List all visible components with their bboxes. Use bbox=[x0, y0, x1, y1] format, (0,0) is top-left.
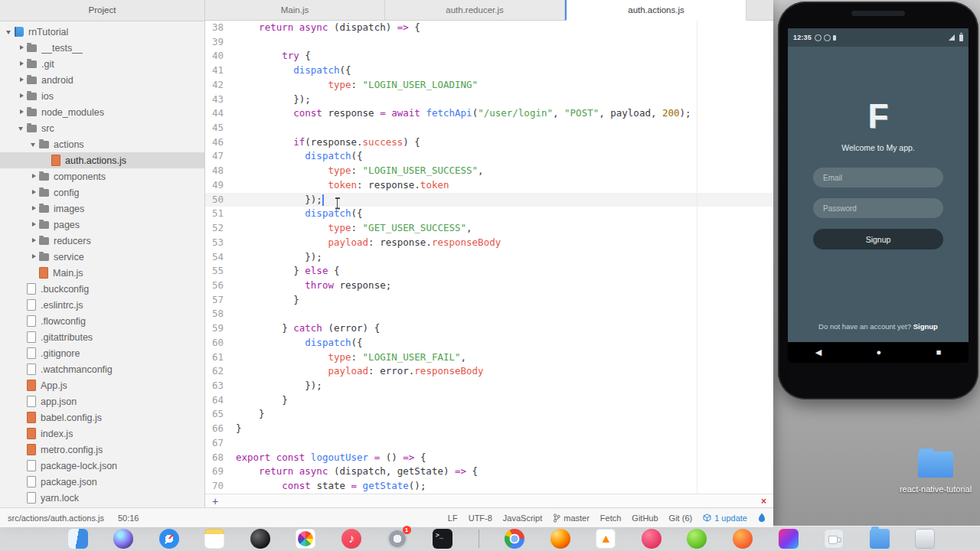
tree-folder-node_modules[interactable]: node_modules bbox=[0, 104, 204, 120]
recents-button[interactable]: ■ bbox=[936, 348, 942, 357]
status-git-changes[interactable]: Git (6) bbox=[669, 514, 693, 523]
tree-folder-src[interactable]: src bbox=[0, 120, 204, 136]
signup-link[interactable]: Signup bbox=[913, 322, 938, 331]
signup-button[interactable]: Signup bbox=[813, 229, 943, 249]
code-line-68: 68export const logoutUser = () => { bbox=[205, 451, 773, 465]
code-line-58: 58 bbox=[205, 307, 773, 321]
battery-icon bbox=[959, 34, 963, 41]
dock-icon-chrome[interactable] bbox=[505, 529, 524, 549]
tree-folder-components[interactable]: components bbox=[0, 168, 204, 184]
dock-icon-music[interactable]: ♪ bbox=[341, 529, 361, 549]
dock-icon-finder[interactable] bbox=[68, 529, 88, 549]
tree-file-package.json[interactable]: package.json bbox=[0, 474, 204, 490]
tree-folder-reducers[interactable]: reducers bbox=[0, 233, 204, 249]
status-grammar[interactable]: JavaScript bbox=[503, 514, 542, 523]
tree-file-app.json[interactable]: app.json bbox=[0, 393, 204, 409]
dock-icon-postman[interactable] bbox=[733, 529, 753, 549]
tree-file-metro.config.js[interactable]: metro.config.js bbox=[0, 442, 204, 458]
chevron-right-icon bbox=[29, 220, 38, 230]
status-github[interactable]: GitHub bbox=[632, 514, 658, 523]
tree-file-.flowconfig[interactable]: .flowconfig bbox=[0, 313, 204, 329]
dock-icon-android-studio[interactable] bbox=[687, 529, 707, 549]
status-encoding[interactable]: UTF-8 bbox=[469, 514, 492, 523]
code-editor[interactable]: 38 return async (dispatch) => {3940 try … bbox=[205, 21, 773, 494]
code-line-62: 62 payload: error.responseBody bbox=[205, 364, 773, 379]
dock-icon-trash[interactable] bbox=[915, 529, 935, 549]
dock-icon-intellij-idea[interactable] bbox=[779, 529, 799, 549]
dock-icon-firefox[interactable] bbox=[550, 529, 570, 549]
chevron-right-icon bbox=[17, 92, 26, 101]
app-logo: F bbox=[788, 97, 969, 135]
code-line-66: 66} bbox=[205, 422, 773, 436]
tab-Main.js[interactable]: Main.js bbox=[205, 0, 385, 21]
code-text: } catch (error) { bbox=[230, 321, 380, 336]
tree-folder-pages[interactable]: pages bbox=[0, 217, 204, 233]
dock-icon-notes[interactable] bbox=[204, 529, 224, 549]
status-fetch[interactable]: Fetch bbox=[600, 514, 622, 523]
tree-file-index.js[interactable]: index.js bbox=[0, 425, 204, 442]
tree-folder-__tests__[interactable]: __tests__ bbox=[0, 40, 204, 56]
code-line-49: 49 token: response.token bbox=[205, 178, 773, 193]
status-teletype[interactable] bbox=[758, 513, 766, 523]
tree-file-yarn.lock[interactable]: yarn.lock bbox=[0, 490, 204, 506]
chevron-right-icon bbox=[17, 76, 26, 85]
tree-file-.eslintrc.js[interactable]: .eslintrc.js bbox=[0, 297, 204, 313]
status-git-branch[interactable]: master bbox=[553, 514, 590, 523]
tree-folder-rnTutorial[interactable]: rnTutorial bbox=[0, 24, 204, 40]
tree-folder-.git[interactable]: .git bbox=[0, 56, 204, 72]
password-input[interactable]: Password bbox=[813, 198, 943, 218]
tab-auth.actions.js[interactable]: auth.actions.js bbox=[565, 0, 746, 21]
dock-icon-photo-booth[interactable] bbox=[250, 529, 270, 549]
tree-file-.gitattributes[interactable]: .gitattributes bbox=[0, 329, 204, 345]
tree-folder-service[interactable]: service bbox=[0, 249, 204, 265]
tree-file-package-lock.json[interactable]: package-lock.json bbox=[0, 458, 204, 474]
dock-icon-vlc[interactable]: ▲ bbox=[596, 529, 616, 549]
phone-screen: 12:35 F Welcome to My app. Email Passwor… bbox=[788, 28, 969, 363]
tabbar-empty-space bbox=[746, 0, 773, 21]
tree-file-.buckconfig[interactable]: .buckconfig bbox=[0, 281, 204, 297]
dock-icon-photos[interactable] bbox=[296, 529, 315, 549]
tree-folder-ios[interactable]: ios bbox=[0, 88, 204, 104]
code-text: type: "LOGIN_USER_SUCCESS", bbox=[230, 164, 484, 178]
text-caret bbox=[322, 194, 324, 206]
mouse-ibeam-cursor bbox=[334, 197, 341, 209]
tree-folder-android[interactable]: android bbox=[0, 72, 204, 88]
tree-file-babel.config.js[interactable]: babel.config.js bbox=[0, 409, 204, 425]
dock-icon-system-preferences[interactable]: 1 bbox=[387, 529, 407, 549]
add-button[interactable]: + bbox=[212, 496, 218, 507]
dock-icon-downloads-folder[interactable] bbox=[870, 529, 890, 549]
tree-item-label: pages bbox=[54, 220, 80, 230]
back-button[interactable]: ◀ bbox=[815, 348, 822, 357]
tree-file-.watchmanconfig[interactable]: .watchmanconfig bbox=[0, 361, 204, 377]
folder-icon bbox=[918, 452, 953, 478]
file-icon bbox=[51, 155, 60, 166]
tree-folder-config[interactable]: config bbox=[0, 184, 204, 201]
indent-spacer bbox=[17, 413, 26, 422]
line-number: 58 bbox=[205, 307, 230, 321]
dock-icon-genymotion[interactable] bbox=[642, 529, 662, 549]
tree-file-Main.js[interactable]: Main.js bbox=[0, 265, 204, 281]
folder-icon bbox=[27, 125, 37, 132]
code-text: }); bbox=[230, 250, 322, 265]
tree-file-auth.actions.js[interactable]: auth.actions.js bbox=[0, 152, 204, 168]
status-file-path[interactable]: src/actions/auth.actions.js bbox=[8, 514, 104, 523]
status-cursor-position[interactable]: 50:16 bbox=[118, 514, 139, 523]
desktop-folder-react-native-tutorial[interactable]: react-native-tutorial bbox=[897, 452, 974, 494]
status-line-ending[interactable]: LF bbox=[448, 514, 458, 523]
status-package-updates[interactable]: 1 update bbox=[703, 514, 747, 523]
email-input[interactable]: Email bbox=[813, 168, 943, 187]
dock-icon-terminal[interactable]: >_ bbox=[433, 529, 452, 549]
home-button[interactable]: ● bbox=[877, 348, 882, 357]
code-line-56: 56 throw response; bbox=[205, 279, 773, 293]
tree-file-.gitignore[interactable]: .gitignore bbox=[0, 345, 204, 361]
tab-auth.reducer.js[interactable]: auth.reducer.js bbox=[385, 0, 565, 21]
close-panel-button[interactable]: × bbox=[761, 497, 766, 506]
dock-icon-siri[interactable] bbox=[113, 529, 133, 549]
tree-folder-images[interactable]: images bbox=[0, 201, 204, 217]
tree-folder-actions[interactable]: actions bbox=[0, 136, 204, 152]
code-line-59: 59 } catch (error) { bbox=[205, 321, 773, 336]
tree-file-App.js[interactable]: App.js bbox=[0, 377, 204, 393]
tree-item-label: actions bbox=[54, 139, 84, 150]
dock-icon-safari[interactable] bbox=[159, 529, 179, 549]
dock-icon-coffee-cup[interactable] bbox=[824, 529, 844, 549]
